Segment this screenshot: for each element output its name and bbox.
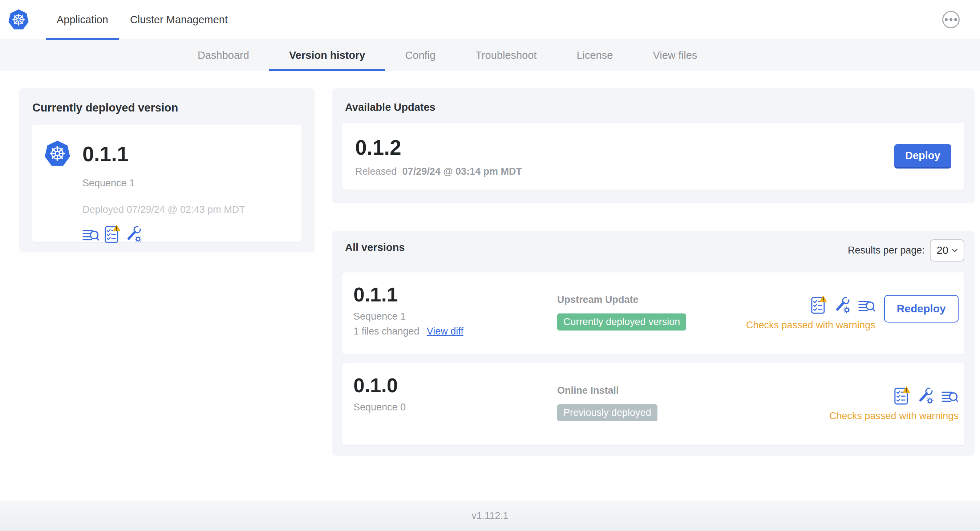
deployed-timestamp: 07/29/24 @ 02:43 pm MDT [127, 204, 245, 215]
available-updates-title: Available Updates [345, 101, 964, 113]
available-updates-card: Available Updates 0.1.2 Released 07/29/2… [332, 88, 975, 203]
all-versions-title: All versions [345, 242, 405, 253]
preflight-checks-warning-icon[interactable] [105, 224, 121, 243]
app-sub-nav: Dashboard Version history Config Trouble… [0, 40, 980, 71]
view-logs-icon[interactable] [83, 228, 100, 243]
results-per-page-select[interactable]: 20 [930, 239, 964, 261]
tab-version-history-label: Version history [289, 49, 366, 61]
released-label: Released [355, 166, 397, 177]
helm-wheel-icon: ☸ [11, 12, 25, 28]
checks-status-text: Checks passed with warnings [829, 410, 959, 422]
config-icon[interactable] [126, 226, 142, 243]
overflow-menu-button[interactable] [942, 11, 960, 28]
available-update-row: 0.1.2 Released 07/29/24 @ 03:14 pm MDT D… [342, 123, 964, 189]
tab-version-history[interactable]: Version history [269, 40, 385, 71]
status-badge-currently-deployed: Currently deployed version [557, 313, 686, 331]
row-sequence: Sequence 0 [353, 402, 557, 413]
preflight-checks-warning-icon[interactable] [894, 386, 911, 405]
chevron-down-icon [952, 249, 958, 253]
currently-deployed-title: Currently deployed version [32, 101, 301, 114]
kubernetes-logo: ☸ [7, 9, 30, 31]
update-released-at: Released 07/29/24 @ 03:14 pm MDT [355, 166, 522, 177]
all-versions-card: All versions Results per page: 20 0.1.1 … [332, 231, 975, 456]
config-icon[interactable] [835, 296, 851, 314]
results-per-page-label: Results per page: [848, 239, 925, 261]
tab-application-label: Application [57, 14, 108, 26]
ellipsis-icon [945, 18, 957, 21]
console-version: v1.112.1 [471, 510, 509, 521]
current-version-deployed-at: Deployed 07/29/24 @ 02:43 pm MDT [83, 204, 245, 215]
footer: v1.112.1 [0, 501, 980, 531]
tab-cluster-management[interactable]: Cluster Management [119, 0, 239, 40]
tab-view-files[interactable]: View files [633, 40, 717, 71]
tab-dashboard-label: Dashboard [197, 49, 249, 61]
tab-view-files-label: View files [653, 49, 697, 61]
checks-status-text: Checks passed with warnings [746, 320, 875, 331]
current-version-number: 0.1.1 [83, 140, 245, 168]
deploy-button[interactable]: Deploy [894, 144, 951, 169]
main-content: Currently deployed version ☸ 0.1.1 Seque… [0, 71, 980, 501]
status-badge-previously-deployed: Previously deployed [557, 404, 657, 421]
tab-license-label: License [576, 49, 613, 61]
redeploy-button[interactable]: Redeploy [884, 295, 959, 323]
view-logs-icon[interactable] [858, 299, 875, 314]
current-version-sequence: Sequence 1 [83, 178, 245, 189]
released-timestamp: 07/29/24 @ 03:14 pm MDT [402, 166, 522, 177]
version-source-label: Online Install [557, 385, 746, 396]
tab-config-label: Config [405, 49, 436, 61]
tab-dashboard[interactable]: Dashboard [178, 40, 269, 71]
currently-deployed-version-card: ☸ 0.1.1 Sequence 1 Deployed 07/29/24 @ 0… [32, 125, 301, 242]
results-per-page-value: 20 [937, 245, 948, 256]
row-sequence: Sequence 1 [353, 311, 557, 322]
tab-troubleshoot-label: Troubleshoot [476, 49, 536, 61]
tab-application[interactable]: Application [46, 0, 119, 40]
tab-cluster-management-label: Cluster Management [130, 14, 228, 26]
kubernetes-app-icon: ☸ [43, 140, 72, 168]
tab-license[interactable]: License [557, 40, 633, 71]
helm-wheel-icon: ☸ [49, 144, 66, 164]
currently-deployed-card: Currently deployed version ☸ 0.1.1 Seque… [19, 88, 315, 253]
row-version-number: 0.1.1 [353, 283, 557, 306]
view-diff-link[interactable]: View diff [427, 326, 463, 337]
preflight-checks-warning-icon[interactable] [811, 295, 827, 314]
deployed-label: Deployed [83, 204, 124, 215]
config-icon[interactable] [918, 387, 934, 405]
view-logs-icon[interactable] [942, 390, 959, 405]
top-nav-tabs: Application Cluster Management [46, 0, 239, 40]
version-source-label: Upstream Update [557, 294, 746, 305]
update-version-number: 0.1.2 [355, 135, 522, 159]
version-row-0-1-0: 0.1.0 Sequence 0 Online Install Previous… [342, 363, 964, 445]
files-changed-label: 1 files changed [353, 326, 420, 337]
row-version-number: 0.1.0 [353, 374, 557, 397]
tab-config[interactable]: Config [385, 40, 455, 71]
top-nav: ☸ Application Cluster Management [0, 0, 980, 40]
tab-troubleshoot[interactable]: Troubleshoot [455, 40, 557, 71]
version-row-0-1-1: 0.1.1 Sequence 1 1 files changed View di… [342, 272, 964, 355]
